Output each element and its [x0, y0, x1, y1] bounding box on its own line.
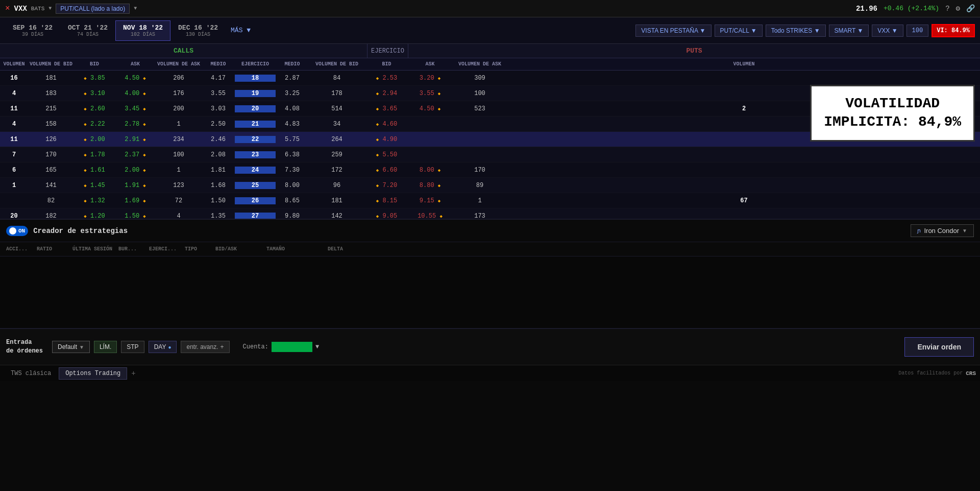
cell-bid: ◆ 2.00	[74, 136, 115, 143]
crs-logo: CRS	[966, 370, 976, 377]
cell-vask2: 1	[452, 197, 508, 204]
expiry-tab-sep[interactable]: SEP 16 '22 39 DÍAS	[5, 20, 60, 41]
vista-pestana-button[interactable]: VISTA EN PESTAÑA ▼	[635, 25, 711, 37]
put-call-button[interactable]: PUT/CALL ▼	[715, 25, 763, 37]
cell-medio: 4.17	[202, 75, 235, 82]
cell-vask: 200	[156, 105, 202, 112]
add-icon: +	[220, 343, 224, 350]
enviar-orden-button[interactable]: Enviar orden	[904, 337, 974, 357]
strategy-column-headers: ACCI... RATIO ÚLTIMA SESIÓN BUR... EJERC…	[0, 242, 980, 256]
cell-ejercicio[interactable]: 24	[235, 167, 276, 174]
table-row[interactable]: 1 141 ◆ 1.45 1.91 ◆ 123 1.68 25 8.00 96 …	[0, 178, 980, 193]
cell-vbid2: 84	[309, 75, 365, 82]
cell-bid2: ◆ 6.60	[365, 167, 408, 174]
cell-vol: 7	[0, 151, 28, 158]
day-button[interactable]: DAY ●	[149, 341, 177, 353]
settings-icon[interactable]: ⚙	[956, 4, 960, 13]
more-expiry-button[interactable]: MÁS ▼	[226, 25, 256, 36]
lim-button[interactable]: LÍM.	[94, 341, 117, 353]
cell-ejercicio[interactable]: 19	[235, 90, 276, 97]
cell-ejercicio[interactable]: 22	[235, 136, 276, 143]
cell-ask: 2.37 ◆	[115, 151, 156, 158]
expiry-tab-nov[interactable]: NOV 18 '22 102 DÍAS	[115, 20, 170, 41]
put-call-chevron[interactable]: ▼	[134, 6, 137, 11]
cell-vbid: 158	[28, 121, 74, 128]
cell-vbid: 82	[28, 197, 74, 204]
put-call-selector[interactable]: PUT/CALL (lado a lado)	[56, 4, 130, 14]
cell-vask: 206	[156, 75, 202, 82]
col-ejercicio: EJERCICIO	[235, 61, 276, 67]
scol-bur: BUR...	[118, 246, 149, 252]
section-headers: CALLS EJERCICIO PUTS	[0, 44, 980, 58]
bottom-right-info: Datos facilitados por CRS	[898, 370, 976, 377]
cell-ejercicio[interactable]: 26	[235, 197, 276, 204]
cell-bid: ◆ 2.22	[74, 121, 115, 128]
table-row[interactable]: 82 ◆ 1.32 1.69 ◆ 72 1.50 26 8.65 181 ◆ 8…	[0, 193, 980, 208]
cell-medio2: 9.80	[276, 213, 309, 219]
strategy-toggle[interactable]: ON	[6, 226, 28, 236]
cell-ejercicio[interactable]: 18	[235, 75, 276, 82]
cell-ejercicio[interactable]: 20	[235, 105, 276, 112]
vxx-button[interactable]: VXX ▼	[872, 25, 903, 37]
col-medio: MEDIO	[202, 61, 235, 67]
cell-ejercicio[interactable]: 25	[235, 182, 276, 189]
expiry-tab-oct[interactable]: OCT 21 '22 74 DÍAS	[60, 20, 115, 41]
cell-medio: 1.68	[202, 182, 235, 189]
strategy-title: Creador de estrategias	[33, 227, 128, 235]
cell-ejercicio[interactable]: 23	[235, 151, 276, 158]
expiry-date: OCT 21 '22	[68, 24, 108, 32]
cell-medio: 1.50	[202, 197, 235, 204]
expiry-days: 130 DÍAS	[178, 32, 218, 37]
cell-ejercicio[interactable]: 27	[235, 213, 276, 219]
cell-ask2: 4.50 ◆	[408, 105, 452, 112]
strikes-button[interactable]: Todo STRIKES ▼	[766, 25, 826, 37]
table-row[interactable]: 6 165 ◆ 1.61 2.00 ◆ 1 1.81 24 7.30 172 ◆…	[0, 162, 980, 178]
avanz-button[interactable]: entr. avanz. +	[181, 341, 229, 353]
iron-condor-dropdown-icon[interactable]: ▼	[962, 228, 967, 233]
bottom-tab-options-trading[interactable]: Options Trading	[59, 367, 127, 380]
cell-vask: 72	[156, 197, 202, 204]
smart-button[interactable]: SMART ▼	[829, 25, 869, 37]
calls-header: CALLS	[0, 44, 368, 58]
cell-vol: 4	[0, 121, 28, 128]
help-icon[interactable]: ?	[945, 5, 949, 13]
cell-medio2: 4.08	[276, 105, 309, 112]
table-row[interactable]: 16 181 ◆ 3.85 4.50 ◆ 206 4.17 18 2.87 84…	[0, 71, 980, 86]
cell-ejercicio[interactable]: 21	[235, 121, 276, 128]
expiry-date: DEC 16 '22	[178, 24, 218, 32]
bottom-tab-tws[interactable]: TWS clásica	[4, 367, 58, 380]
ejercicio-header: EJERCICIO	[368, 44, 408, 58]
cell-vbid2: 172	[309, 167, 365, 174]
col-volumen2: VOLUMEN	[508, 61, 980, 67]
cuenta-label: Cuenta:	[243, 343, 268, 350]
cell-ask: 1.69 ◆	[115, 197, 156, 204]
stp-button[interactable]: STP	[121, 341, 144, 353]
cell-bid2: ◆ 9.05	[365, 213, 408, 219]
add-tab-button[interactable]: +	[128, 369, 138, 378]
cell-vbid2: 178	[309, 90, 365, 97]
default-button[interactable]: Default ▼	[52, 341, 90, 353]
expiry-tab-dec[interactable]: DEC 16 '22 130 DÍAS	[170, 20, 226, 41]
num-display: 100	[906, 25, 929, 37]
col-ask2: ASK	[408, 61, 452, 67]
scol-ejerc: EJERCI...	[149, 246, 185, 252]
col-vol-ask: VOLUMEN DE ASK	[156, 61, 202, 67]
toggle-dot	[9, 227, 16, 235]
expiry-tabs-bar: SEP 16 '22 39 DÍAS OCT 21 '22 74 DÍAS NO…	[0, 17, 980, 44]
link-icon[interactable]: 🔗	[966, 4, 975, 13]
cell-vbid2: 181	[309, 197, 365, 204]
cell-vbid: 182	[28, 213, 74, 219]
table-row[interactable]: 20 182 ◆ 1.20 1.50 ◆ 4 1.35 27 9.80 142 …	[0, 208, 980, 219]
ticker-chevron[interactable]: ▼	[48, 6, 52, 11]
cell-ask2: 3.55 ◆	[408, 90, 452, 97]
cell-vask: 1	[156, 121, 202, 128]
cell-medio2: 4.83	[276, 121, 309, 128]
options-table-section: CALLS EJERCICIO PUTS VOLUMEN VOLUMEN DE …	[0, 44, 980, 219]
iron-condor-button[interactable]: ɲ Iron Condor ▼	[911, 224, 974, 237]
table-row[interactable]: 7 170 ◆ 1.78 2.37 ◆ 100 2.08 23 6.38 259…	[0, 147, 980, 162]
cuenta-arrow[interactable]: ▼	[315, 343, 319, 350]
day-indicator: ●	[168, 344, 171, 350]
cell-vbid: 141	[28, 182, 74, 189]
default-chevron: ▼	[79, 344, 84, 350]
close-button[interactable]: ×	[5, 4, 10, 13]
